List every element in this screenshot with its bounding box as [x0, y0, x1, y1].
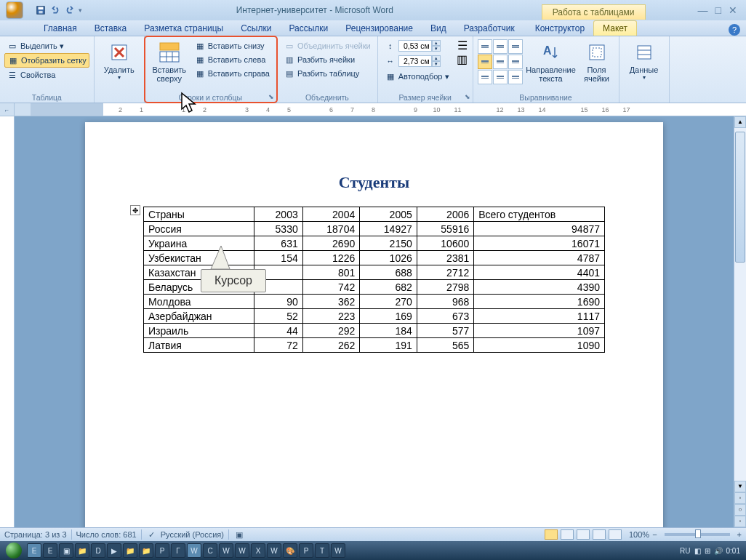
task-item[interactable]: W: [219, 543, 233, 558]
text-direction-button[interactable]: A Направление текста: [525, 39, 577, 84]
sb-thumb[interactable]: [735, 132, 745, 263]
split-table-button[interactable]: ▤Разбить таблицу: [281, 67, 373, 80]
office-button[interactable]: [0, 0, 29, 20]
align-mr[interactable]: [508, 55, 523, 69]
distribute-cols-button[interactable]: ▥: [457, 53, 468, 65]
view-web[interactable]: [577, 529, 590, 540]
task-item[interactable]: P: [299, 543, 313, 558]
redo-icon[interactable]: [64, 4, 76, 16]
task-item[interactable]: W: [235, 543, 249, 558]
zoom-label[interactable]: 100%: [629, 530, 649, 539]
task-item[interactable]: ▣: [59, 543, 73, 558]
close-button[interactable]: ✕: [729, 4, 737, 16]
tab-review[interactable]: Рецензирование: [337, 21, 422, 36]
task-item[interactable]: W: [187, 543, 201, 558]
save-icon[interactable]: [35, 4, 47, 16]
maximize-button[interactable]: □: [715, 4, 721, 16]
table-move-handle[interactable]: ✥: [130, 205, 140, 215]
status-language[interactable]: Русский (Россия): [161, 530, 224, 539]
align-tc[interactable]: [493, 39, 508, 54]
sb-next-page[interactable]: ◦: [734, 516, 746, 527]
task-item[interactable]: ▶: [107, 543, 121, 558]
status-wordcount[interactable]: Число слов: 681: [76, 530, 137, 539]
width-input[interactable]: [398, 55, 432, 67]
align-tl[interactable]: [478, 39, 492, 54]
align-ml[interactable]: [478, 55, 492, 69]
insert-above-button[interactable]: Вставить сверху: [149, 39, 190, 84]
view-print-layout[interactable]: [545, 529, 558, 540]
tab-pagelayout[interactable]: Разметка страницы: [135, 21, 232, 36]
tray-volume-icon[interactable]: 🔊: [714, 547, 723, 555]
zoom-in[interactable]: +: [737, 530, 742, 539]
vertical-ruler[interactable]: [0, 116, 15, 527]
select-button[interactable]: ▭Выделить ▾: [4, 39, 89, 52]
start-button[interactable]: [1, 541, 26, 560]
task-item[interactable]: P: [155, 543, 169, 558]
w-down[interactable]: ▼: [432, 61, 441, 67]
view-full-reading[interactable]: [561, 529, 574, 540]
tray-lang[interactable]: RU: [680, 547, 690, 555]
view-outline[interactable]: [593, 529, 606, 540]
height-input[interactable]: [398, 40, 432, 52]
task-item[interactable]: E: [43, 543, 57, 558]
insert-right-button[interactable]: ▦Вставить справа: [192, 67, 272, 80]
qat-more-icon[interactable]: ▾: [79, 7, 82, 14]
help-icon[interactable]: ?: [729, 24, 740, 36]
minimize-button[interactable]: —: [698, 4, 708, 16]
tray-time[interactable]: 0:01: [726, 547, 740, 555]
sb-down[interactable]: ▼: [734, 481, 746, 492]
properties-button[interactable]: ☰Свойства: [4, 68, 89, 81]
split-cells-button[interactable]: ▥Разбить ячейки: [281, 53, 373, 66]
proofing-icon[interactable]: ✓: [146, 529, 158, 540]
h-down[interactable]: ▼: [432, 46, 441, 52]
tab-layout[interactable]: Макет: [593, 20, 637, 36]
sb-prev-page[interactable]: ◦: [734, 492, 746, 504]
task-item[interactable]: 📁: [75, 543, 89, 558]
zoom-out[interactable]: −: [652, 530, 657, 539]
tab-insert[interactable]: Вставка: [86, 21, 136, 36]
tab-developer[interactable]: Разработчик: [455, 21, 524, 36]
zoom-slider[interactable]: [665, 533, 730, 536]
insert-below-button[interactable]: ▦Вставить снизу: [192, 39, 272, 52]
task-item[interactable]: 📁: [139, 543, 153, 558]
sb-browse[interactable]: ○: [734, 504, 746, 516]
tab-references[interactable]: Ссылки: [232, 21, 280, 36]
align-bl[interactable]: [478, 70, 492, 84]
undo-icon[interactable]: [49, 4, 61, 16]
col-width-field[interactable]: ↔ ▲▼: [382, 55, 452, 68]
delete-button[interactable]: Удалить▾: [99, 39, 140, 82]
align-bc[interactable]: [493, 70, 508, 84]
insert-left-button[interactable]: ▦Вставить слева: [192, 53, 272, 66]
view-draft[interactable]: [609, 529, 622, 540]
task-item[interactable]: W: [267, 543, 281, 558]
distribute-rows-button[interactable]: ☰: [457, 39, 468, 51]
row-height-field[interactable]: ↕ ▲▼: [382, 39, 452, 52]
tray-icon[interactable]: ◧: [694, 547, 701, 555]
data-button[interactable]: Данные▾: [624, 39, 665, 82]
task-item[interactable]: C: [203, 543, 217, 558]
align-br[interactable]: [508, 70, 523, 84]
task-item[interactable]: Γ: [171, 543, 185, 558]
task-item[interactable]: T: [315, 543, 329, 558]
autofit-button[interactable]: ▦Автоподбор ▾: [382, 70, 452, 83]
tray-icon[interactable]: ⊞: [705, 547, 710, 555]
task-item[interactable]: W: [331, 543, 345, 558]
ruler-toggle[interactable]: ⌐: [0, 103, 15, 116]
align-tr[interactable]: [508, 39, 523, 54]
sb-up[interactable]: ▲: [734, 116, 746, 128]
task-item[interactable]: E: [27, 543, 41, 558]
page-scroll-area[interactable]: Студенты ✥ Страны2003200420052006Всего с…: [15, 116, 734, 527]
document-table[interactable]: Страны2003200420052006Всего студентовРос…: [143, 207, 605, 353]
horizontal-ruler[interactable]: ⌐ 3211234567891011121314151617: [0, 103, 746, 116]
document-page[interactable]: Студенты ✥ Страны2003200420052006Всего с…: [85, 122, 663, 527]
show-gridlines-button[interactable]: ▦Отобразить сетку: [4, 53, 89, 68]
status-page[interactable]: Страница: 3 из 3: [4, 530, 67, 539]
tab-home[interactable]: Главная: [35, 21, 86, 36]
tab-view[interactable]: Вид: [422, 21, 455, 36]
macro-rec-icon[interactable]: ▣: [233, 529, 245, 540]
tab-mailings[interactable]: Рассылки: [280, 21, 337, 36]
rowscols-launcher[interactable]: ⬊: [268, 93, 275, 100]
task-item[interactable]: 🎨: [283, 543, 297, 558]
vertical-scrollbar[interactable]: ▲ ▼ ◦ ○ ◦: [734, 116, 746, 527]
align-mc[interactable]: [493, 55, 508, 69]
